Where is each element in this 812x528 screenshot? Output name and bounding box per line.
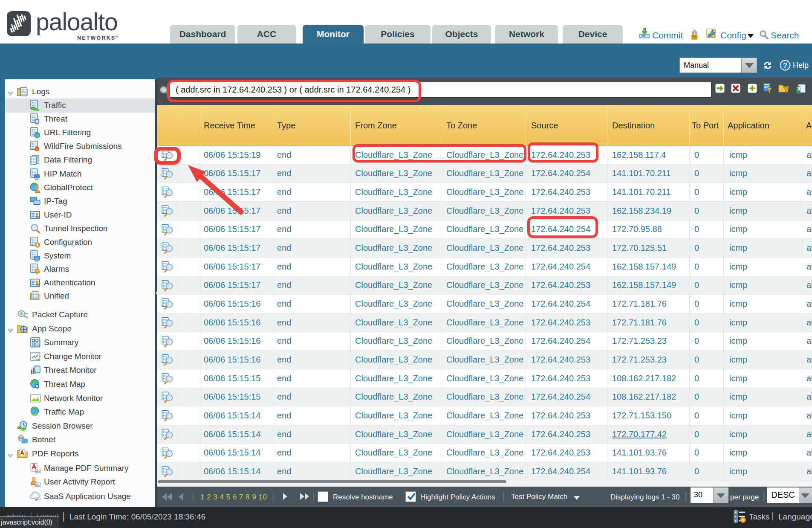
svg-text:?: ? xyxy=(783,62,787,69)
